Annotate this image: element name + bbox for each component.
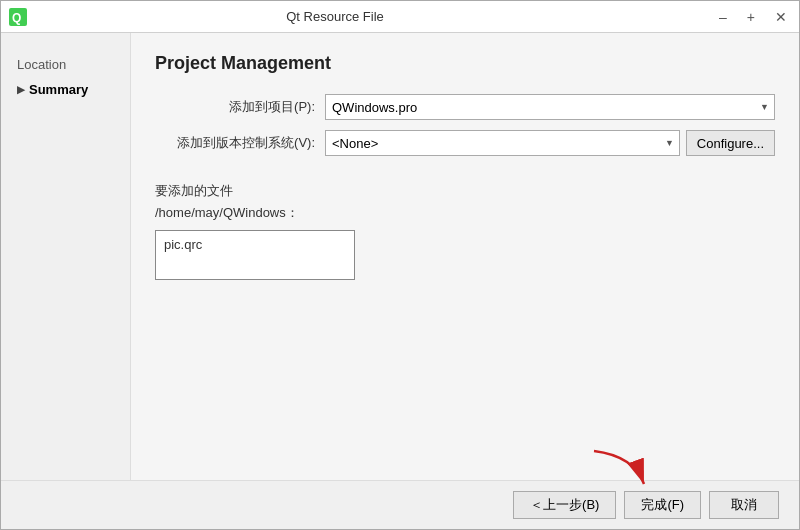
vcs-select[interactable]: <None> (325, 130, 680, 156)
project-row: 添加到项目(P): QWindows.pro (155, 94, 775, 120)
project-select[interactable]: QWindows.pro (325, 94, 775, 120)
main-window: Q Qt Resource File – + ✕ Location ▶ Summ… (0, 0, 800, 530)
arrow-indicator (584, 446, 654, 491)
titlebar: Q Qt Resource File – + ✕ (1, 1, 799, 33)
back-button[interactable]: ＜上一步(B) (513, 491, 616, 519)
chevron-right-icon: ▶ (17, 84, 25, 95)
files-heading: 要添加的文件 (155, 182, 775, 200)
main-panel: Project Management 添加到项目(P): QWindows.pr… (131, 33, 799, 480)
content-area: Location ▶ Summary Project Management 添加… (1, 33, 799, 480)
minimize-button[interactable]: – (715, 8, 731, 26)
files-list: pic.qrc (155, 230, 355, 280)
finish-button[interactable]: 完成(F) (624, 491, 701, 519)
sidebar-item-summary[interactable]: ▶ Summary (11, 78, 130, 101)
page-title: Project Management (155, 53, 775, 74)
sidebar-item-location-label: Location (17, 57, 66, 72)
files-section: 要添加的文件 /home/may/QWindows： pic.qrc (155, 182, 775, 460)
maximize-button[interactable]: + (743, 8, 759, 26)
project-label: 添加到项目(P): (155, 98, 325, 116)
window-controls: – + ✕ (715, 8, 791, 26)
sidebar-item-summary-label: Summary (29, 82, 88, 97)
vcs-label: 添加到版本控制系统(V): (155, 134, 325, 152)
project-select-wrapper: QWindows.pro (325, 94, 775, 120)
sidebar-item-location[interactable]: Location (11, 53, 130, 76)
vcs-controls: <None> Configure... (325, 130, 775, 156)
cancel-button[interactable]: 取消 (709, 491, 779, 519)
files-path: /home/may/QWindows： (155, 204, 775, 222)
file-item: pic.qrc (164, 237, 346, 252)
window-title: Qt Resource File (0, 9, 715, 24)
configure-button[interactable]: Configure... (686, 130, 775, 156)
vcs-select-wrapper: <None> (325, 130, 680, 156)
close-button[interactable]: ✕ (771, 8, 791, 26)
footer: ＜上一步(B) 完成(F) 取消 (1, 480, 799, 529)
sidebar: Location ▶ Summary (1, 33, 131, 480)
vcs-row: 添加到版本控制系统(V): <None> Configure... (155, 130, 775, 156)
